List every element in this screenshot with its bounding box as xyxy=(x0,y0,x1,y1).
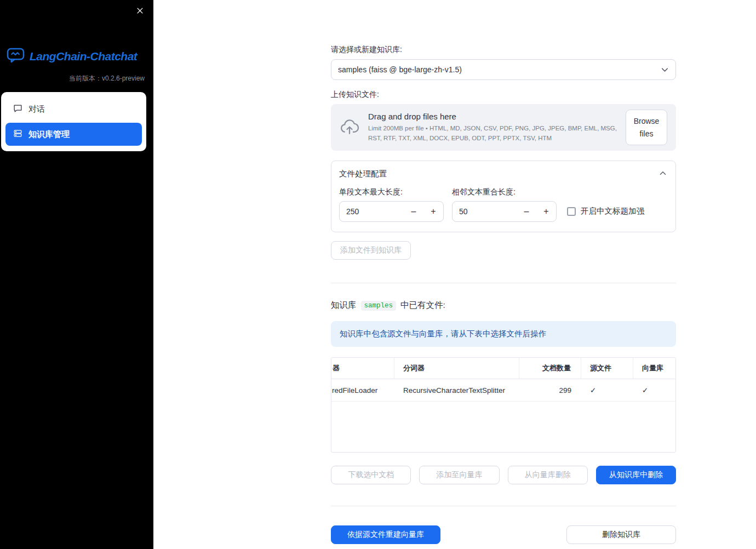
file-config-expander: 文件处理配置 单段文本最大长度: 250 – + xyxy=(331,161,676,232)
delete-from-vectorstore-button[interactable]: 从向量库删除 xyxy=(508,466,588,484)
cloud-upload-icon xyxy=(340,117,359,139)
add-files-button[interactable]: 添加文件到知识库 xyxy=(331,241,411,260)
max-length-label: 单段文本最大长度: xyxy=(339,187,444,197)
zh-title-enhance-checkbox[interactable] xyxy=(567,207,576,216)
sidebar-item-knowledge-base[interactable]: 知识库管理 xyxy=(5,123,142,146)
table-header-loader[interactable]: 器 xyxy=(331,358,394,379)
main-area: 请选择或新建知识库: samples (faiss @ bge-large-zh… xyxy=(153,0,756,549)
expander-title: 文件处理配置 xyxy=(339,169,387,179)
decrement-button[interactable]: – xyxy=(517,202,536,221)
file-actions-row: 下载选中文档 添加至向量库 从向量库删除 从知识库中删除 xyxy=(331,466,676,484)
dropzone-title: Drag and drop files here xyxy=(368,112,617,121)
kb-select-label: 请选择或新建知识库: xyxy=(331,45,676,55)
divider xyxy=(331,283,676,283)
kb-name-code: samples xyxy=(361,301,397,311)
delete-kb-button[interactable]: 删除知识库 xyxy=(566,525,676,544)
rebuild-vectorstore-button[interactable]: 依据源文件重建向量库 xyxy=(331,525,440,544)
dropzone-limits: Limit 200MB per file • HTML, MD, JSON, C… xyxy=(368,124,617,144)
table-header-source[interactable]: 源文件 xyxy=(581,358,633,379)
table-header-doc-count[interactable]: 文档数量 xyxy=(519,358,581,379)
close-icon xyxy=(136,7,144,17)
table-header-splitter[interactable]: 分词器 xyxy=(394,358,519,379)
expander-body: 单段文本最大长度: 250 – + 相邻文本重合长度: 50 – + xyxy=(331,185,675,232)
app-logo: LangChain-Chatchat xyxy=(0,0,153,65)
sidebar-item-dialogue[interactable]: 对话 xyxy=(5,98,142,121)
app-title: LangChain-Chatchat xyxy=(30,50,137,63)
cell-vector-check: ✓ xyxy=(633,379,675,401)
add-to-vectorstore-button[interactable]: 添加至向量库 xyxy=(419,466,499,484)
database-stack-icon xyxy=(13,129,22,140)
delete-from-kb-button[interactable]: 从知识库中删除 xyxy=(596,466,676,484)
overlap-field: 相邻文本重合长度: 50 – + xyxy=(452,187,557,222)
cell-loader: redFileLoader xyxy=(331,379,394,401)
content-column: 请选择或新建知识库: samples (faiss @ bge-large-zh… xyxy=(331,0,676,544)
chevron-up-icon xyxy=(658,168,668,180)
info-alert-text: 知识库中包含源文件与向量库，请从下表中选择文件后操作 xyxy=(340,329,546,339)
sidebar-item-label: 知识库管理 xyxy=(28,129,70,140)
sidebar-close-button[interactable] xyxy=(133,4,147,19)
existing-files-prefix: 知识库 xyxy=(331,300,357,311)
kb-select-value: samples (faiss @ bge-large-zh-v1.5) xyxy=(338,65,462,74)
max-length-value: 250 xyxy=(340,202,404,221)
browse-files-button[interactable]: Browse files xyxy=(626,110,667,145)
overlap-input[interactable]: 50 – + xyxy=(452,201,557,222)
table-row[interactable]: redFileLoader RecursiveCharacterTextSpli… xyxy=(331,379,675,402)
version-label: 当前版本：v0.2.6-preview xyxy=(0,65,153,83)
sidebar-menu: 对话 知识库管理 xyxy=(1,92,146,151)
logo-chat-icon xyxy=(7,47,25,65)
chevron-down-icon xyxy=(660,65,670,75)
info-alert: 知识库中包含源文件与向量库，请从下表中选择文件后操作 xyxy=(331,321,676,347)
cell-doc-count: 299 xyxy=(519,379,581,401)
increment-button[interactable]: + xyxy=(536,202,556,221)
chat-bubble-icon xyxy=(13,104,22,115)
decrement-button[interactable]: – xyxy=(404,202,423,221)
file-dropzone[interactable]: Drag and drop files here Limit 200MB per… xyxy=(331,104,676,151)
sidebar-item-label: 对话 xyxy=(28,104,45,115)
max-length-input[interactable]: 250 – + xyxy=(339,201,444,222)
kb-actions-row: 依据源文件重建向量库 删除知识库 xyxy=(331,525,676,544)
upload-label: 上传知识文件: xyxy=(331,90,676,100)
sidebar: LangChain-Chatchat 当前版本：v0.2.6-preview 对… xyxy=(0,0,153,549)
overlap-value: 50 xyxy=(453,202,517,221)
existing-files-heading: 知识库 samples 中已有文件: xyxy=(331,300,676,311)
table-header-row: 器 分词器 文档数量 源文件 向量库 xyxy=(331,358,675,379)
increment-button[interactable]: + xyxy=(423,202,443,221)
cell-source-check: ✓ xyxy=(581,379,633,401)
zh-title-enhance-option: 开启中文标题加强 xyxy=(567,206,644,216)
zh-title-enhance-label: 开启中文标题加强 xyxy=(581,206,644,216)
files-table: 器 分词器 文档数量 源文件 向量库 redFileLoader Recursi… xyxy=(331,357,676,453)
table-header-vector[interactable]: 向量库 xyxy=(633,358,675,379)
divider xyxy=(331,506,676,506)
dropzone-instructions: Drag and drop files here Limit 200MB per… xyxy=(368,112,617,144)
expander-header[interactable]: 文件处理配置 xyxy=(331,161,675,185)
cell-splitter: RecursiveCharacterTextSplitter xyxy=(394,379,519,401)
max-length-field: 单段文本最大长度: 250 – + xyxy=(339,187,444,222)
existing-files-suffix: 中已有文件: xyxy=(400,300,445,311)
kb-select[interactable]: samples (faiss @ bge-large-zh-v1.5) xyxy=(331,59,676,80)
download-selected-button[interactable]: 下载选中文档 xyxy=(331,466,411,484)
overlap-label: 相邻文本重合长度: xyxy=(452,187,557,197)
